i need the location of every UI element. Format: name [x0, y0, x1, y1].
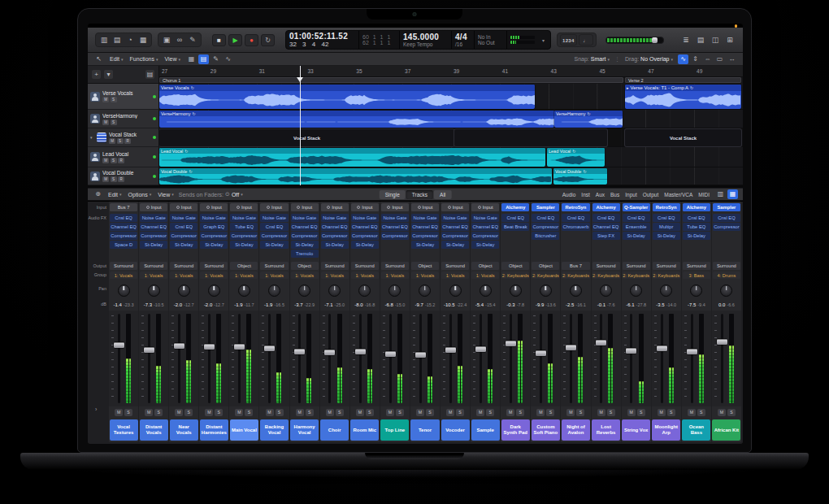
- fx-slot-noise-gate[interactable]: Noise Gate: [321, 214, 349, 222]
- mute-button[interactable]: M: [566, 409, 575, 416]
- region-vocal-stack[interactable]: [454, 129, 607, 146]
- midi-draw-icon[interactable]: ∿: [223, 54, 233, 64]
- power-icon[interactable]: ⊙: [225, 191, 230, 198]
- arrangement-marker-verse-2[interactable]: Verse 2: [625, 77, 741, 83]
- region-vocal-double[interactable]: Vocal Double↻: [159, 168, 552, 185]
- record-enable-button[interactable]: R: [124, 138, 131, 144]
- lcd-signature-section[interactable]: 4/4 /16: [452, 31, 475, 49]
- fx-slot-st-delay[interactable]: St-Delay: [653, 232, 680, 240]
- fx-slot-compressor[interactable]: Compressor: [532, 223, 559, 231]
- solo-button[interactable]: S: [111, 176, 117, 182]
- fx-slot-channel-eq[interactable]: Channel EQ: [381, 223, 409, 231]
- input-slot[interactable]: Input: [291, 203, 319, 211]
- loops-icon[interactable]: ∞: [174, 34, 185, 46]
- take-folder-disclosure-icon[interactable]: ▸: [627, 85, 629, 90]
- solo-button[interactable]: S: [396, 409, 404, 416]
- output-slot[interactable]: Object: [230, 262, 258, 270]
- group-slot[interactable]: 1: Vocals: [200, 272, 228, 279]
- output-slot[interactable]: Surround: [441, 262, 469, 270]
- filter-bus[interactable]: Bus: [610, 192, 619, 198]
- loop-browser-icon[interactable]: ◫: [710, 34, 721, 46]
- pan-knob[interactable]: [328, 285, 341, 297]
- mute-button[interactable]: M: [688, 409, 696, 416]
- solo-button[interactable]: S: [276, 409, 284, 416]
- instrument-slot[interactable]: Alchemy: [683, 203, 710, 211]
- fader-handle[interactable]: [415, 352, 426, 358]
- group-slot[interactable]: 1: Vocals: [230, 272, 258, 279]
- fx-slot-st-delay[interactable]: St-Delay: [441, 241, 469, 249]
- fader-handle[interactable]: [324, 350, 335, 355]
- output-slot[interactable]: Surround: [321, 262, 349, 270]
- record-enable-button[interactable]: R: [118, 158, 124, 163]
- solo-button[interactable]: S: [306, 409, 314, 416]
- fx-slot-compressor[interactable]: Compressor: [110, 232, 137, 240]
- fx-slot-tube-eq[interactable]: Tube EQ: [683, 223, 710, 231]
- fx-slot-compressor[interactable]: Compressor: [140, 232, 167, 240]
- input-slot[interactable]: Input: [411, 203, 439, 211]
- input-slot[interactable]: Input: [170, 203, 197, 211]
- pan-knob[interactable]: [419, 285, 431, 297]
- solo-button[interactable]: S: [245, 409, 253, 416]
- track-name-plate[interactable]: Distant Harmonies: [200, 419, 228, 441]
- pan-knob[interactable]: [570, 285, 582, 297]
- metronome-button[interactable]: ♩: [579, 34, 593, 46]
- output-slot[interactable]: Surround: [713, 262, 740, 270]
- output-slot[interactable]: Surround: [351, 262, 379, 270]
- fader-handle[interactable]: [114, 342, 124, 348]
- fx-slot-cnsl-eq[interactable]: Cnsl EQ: [501, 214, 529, 222]
- filter-inst[interactable]: Inst: [581, 192, 589, 198]
- track-name-plate[interactable]: Backing Vocal: [260, 419, 289, 441]
- fx-slot-channel-eq[interactable]: Channel EQ: [291, 223, 319, 231]
- link-icon[interactable]: ⊕: [93, 189, 103, 199]
- grid-view-icon[interactable]: ▦: [186, 54, 197, 64]
- pan-knob[interactable]: [178, 285, 190, 297]
- output-slot[interactable]: Surround: [653, 262, 680, 270]
- waveform-zoom-icon[interactable]: ∿: [678, 54, 688, 64]
- solo-button[interactable]: S: [336, 409, 344, 416]
- mute-button[interactable]: M: [102, 97, 109, 102]
- menu-view[interactable]: View▾: [164, 56, 180, 62]
- fx-slot-tremolo[interactable]: Tremolo: [291, 250, 319, 258]
- output-slot[interactable]: Surround: [623, 262, 650, 270]
- pan-knob[interactable]: [449, 285, 462, 297]
- fx-slot-cnsl-eq[interactable]: Cnsl EQ: [562, 214, 589, 222]
- solo-button[interactable]: S: [184, 409, 193, 416]
- solo-button[interactable]: S: [516, 409, 524, 416]
- output-slot[interactable]: Object: [501, 262, 529, 270]
- instrument-slot[interactable]: Sampler: [532, 203, 559, 211]
- catch-playhead-icon[interactable]: ↔: [727, 54, 737, 64]
- fx-slot-st-delay[interactable]: St-Delay: [411, 241, 439, 249]
- filter-output[interactable]: Output: [643, 192, 659, 198]
- group-slot[interactable]: 3: Bass: [683, 272, 710, 279]
- fx-slot-compressor[interactable]: Compressor: [381, 232, 409, 240]
- fader-handle[interactable]: [234, 344, 245, 350]
- group-slot[interactable]: 1: Vocals: [411, 272, 439, 279]
- filter-master-vca[interactable]: Master/VCA: [664, 192, 692, 198]
- fx-slot-compressor[interactable]: Compressor: [200, 232, 228, 240]
- pan-knob[interactable]: [480, 285, 492, 297]
- mute-button[interactable]: M: [356, 409, 364, 416]
- region-vocal-double[interactable]: Vocal Double↻: [553, 168, 607, 185]
- cycle-button[interactable]: ↻: [261, 34, 275, 46]
- pan-knob[interactable]: [510, 285, 522, 297]
- fx-slot-channel-eq[interactable]: Channel EQ: [351, 223, 379, 231]
- fx-slot-channel-eq[interactable]: Channel EQ: [441, 223, 469, 231]
- solo-button[interactable]: S: [215, 409, 223, 416]
- fx-slot-cnsl-eq[interactable]: Cnsl EQ: [170, 223, 197, 231]
- pan-knob[interactable]: [540, 285, 552, 297]
- fx-slot-st-delay[interactable]: St-Delay: [230, 241, 258, 249]
- region-verse-vocals-t1-comp-a[interactable]: ▸Verse Vocals: T1 - Comp A↻: [625, 85, 741, 109]
- solo-button[interactable]: S: [667, 409, 675, 416]
- track-alternatives-button[interactable]: ▾: [104, 70, 113, 79]
- fader-handle[interactable]: [717, 339, 727, 345]
- group-slot[interactable]: 1: Vocals: [321, 272, 349, 279]
- master-volume-handle[interactable]: [652, 37, 658, 43]
- track-header-lead-vocal[interactable]: Lead VocalMSR: [88, 147, 159, 167]
- solo-button[interactable]: S: [111, 97, 117, 102]
- input-slot[interactable]: Input: [321, 203, 349, 211]
- filter-aux[interactable]: Aux: [596, 192, 605, 198]
- mute-button[interactable]: M: [658, 409, 666, 416]
- track-header-vocal-stack[interactable]: ▾Vocal StackMSR: [88, 128, 159, 147]
- solo-button[interactable]: S: [426, 409, 434, 416]
- fx-slot-noise-gate[interactable]: Noise Gate: [260, 214, 288, 222]
